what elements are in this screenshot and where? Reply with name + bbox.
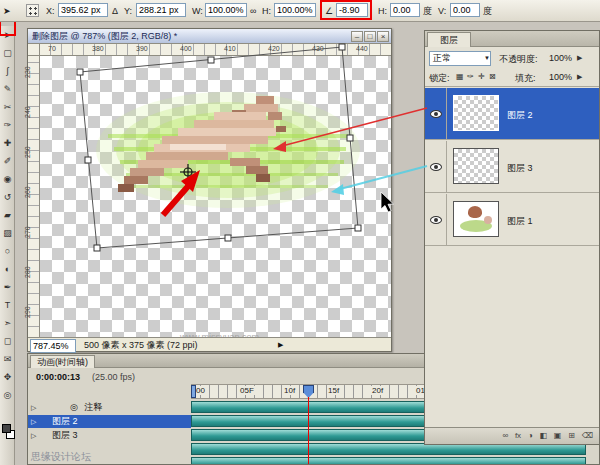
blend-mode-value: 正常 [433,53,451,63]
layer-style-icon[interactable]: fx [513,428,523,444]
layer-row-layer3[interactable]: 图层 3 [425,141,599,193]
pen-tool[interactable]: ✒ [0,278,15,296]
skew-v-input[interactable] [450,3,480,17]
new-layer-icon[interactable]: ⊞ [566,428,577,444]
layer-row-layer1[interactable]: 图层 1 [425,194,599,246]
minimize-button[interactable]: – [351,31,363,42]
time-tick-label: 00 [195,386,206,395]
x-position-input[interactable] [58,3,108,17]
width-input[interactable] [205,3,247,17]
marquee-tool[interactable]: ▢ [0,44,15,62]
lock-transparency-icon[interactable]: ▦ [455,72,465,81]
link-icon[interactable]: ∞ [250,0,256,22]
lock-all-icon[interactable]: ⊠ [488,72,497,81]
skew-h-input[interactable] [390,3,420,17]
gradient-tool[interactable]: ▨ [0,224,15,242]
ruler-number: 440 [356,45,368,52]
layer-mask-icon[interactable]: ◧ [538,428,550,444]
quick-select-tool[interactable]: ✎ [0,80,15,98]
delete-layer-icon[interactable]: ⌫ [580,428,595,444]
status-expand-arrow[interactable]: ▶ [278,338,283,352]
eyedropper-tool[interactable]: ✑ [0,116,15,134]
timeline-tab[interactable]: 动画(时间轴) [30,355,95,368]
layer-group-icon[interactable]: ▣ [552,428,564,444]
timeline-row-layer2[interactable]: ▷ 图层 2 [28,415,191,428]
layer-name: 图层 1 [507,215,533,228]
eye-icon [430,216,442,224]
ruler-number: 230 [24,66,31,78]
lock-position-icon[interactable]: ✛ [477,72,486,81]
layers-tab-bar: 图层 [425,31,599,47]
zoom-level-input[interactable] [30,339,76,353]
horizontal-ruler: 70 380 390 400 410 420 430 440 [40,44,391,56]
layers-panel: 图层 正常 ▼ 不透明度: 100% ▶ 锁定: ▦ ✑ ✛ ⊠ 填充: 100… [424,30,600,445]
lock-row: 锁定: ▦ ✑ ✛ ⊠ 填充: 100% ▶ [425,69,599,87]
close-button[interactable]: × [377,31,389,42]
work-area-marker[interactable] [191,385,196,398]
ruler-number: 380 [92,45,104,52]
zoom-tool[interactable]: ◎ [0,386,15,404]
timeline-row-label: 图层 3 [42,430,78,440]
layer-thumbnail[interactable] [453,201,499,237]
eye-icon [430,110,442,118]
eraser-tool[interactable]: ▰ [0,206,15,224]
path-select-tool[interactable]: ➣ [0,314,15,332]
rotation-angle-input[interactable] [336,3,368,17]
lasso-tool[interactable]: ʃ [0,62,15,80]
visibility-toggle[interactable] [425,194,447,246]
layers-tab[interactable]: 图层 [427,32,471,47]
adjustment-layer-icon[interactable]: ◑ [526,428,535,444]
dodge-tool[interactable]: ◐ [0,260,15,278]
fill-spinner-icon[interactable]: ▶ [577,73,582,81]
notes-tool[interactable]: ✉ [0,350,15,368]
shape-tool[interactable]: ◻ [0,332,15,350]
document-window: 删除图层 @ 787% (图层 2, RGB/8) * – □ × 70 380… [27,28,392,352]
canvas-transparency-checkerboard[interactable]: www.missyuan.com [40,56,391,337]
width-label: W: [192,0,203,22]
reference-point-locator[interactable] [26,4,39,17]
twirl-icon[interactable]: ▷ [28,418,39,425]
ruler-corner [28,44,40,56]
time-tick-label: 20f [371,386,384,395]
height-input[interactable] [274,3,316,17]
opacity-value[interactable]: 100% [549,53,572,63]
time-tick-label: 10f [283,386,296,395]
y-position-input[interactable] [136,3,186,17]
tool-palette: ➤ ▢ ʃ ✎ ✂ ✑ ✚ ✐ ◉ ↺ ▰ ▨ ○ ◐ ✒ T ➣ ◻ ✉ ✥ … [0,26,15,465]
timeline-track-bar[interactable] [191,457,586,465]
maximize-button[interactable]: □ [364,31,376,42]
layer-thumbnail[interactable] [453,95,499,131]
twirl-icon[interactable]: ▷ [28,404,39,411]
blend-mode-select[interactable]: 正常 ▼ [429,51,491,66]
current-time-display: 0:00:00:13 [36,372,80,382]
document-title-bar[interactable]: 删除图层 @ 787% (图层 2, RGB/8) * [28,29,391,44]
clone-stamp-tool[interactable]: ◉ [0,170,15,188]
layers-panel-footer: ∞ fx ◑ ◧ ▣ ⊞ ⌫ [425,427,599,444]
layer-thumbnail[interactable] [453,148,499,184]
hand-tool[interactable]: ✥ [0,368,15,386]
crop-tool[interactable]: ✂ [0,98,15,116]
link-layers-icon[interactable]: ∞ [500,428,510,444]
type-tool[interactable]: T [0,296,15,314]
timeline-row-label: 注释 [80,402,102,412]
ruler-number: 250 [24,146,31,158]
visibility-toggle[interactable] [425,141,447,193]
rotate-icon: ∠ [325,0,333,22]
brush-tool[interactable]: ✐ [0,152,15,170]
foreground-color-swatch[interactable] [2,424,11,433]
history-brush-tool[interactable]: ↺ [0,188,15,206]
fill-value[interactable]: 100% [549,72,572,82]
opacity-spinner-icon[interactable]: ▶ [577,54,582,62]
visibility-toggle[interactable] [425,88,447,140]
ruler-number: 260 [24,186,31,198]
timeline-row-layer3[interactable]: ▷ 图层 3 [28,429,191,442]
blur-tool[interactable]: ○ [0,242,15,260]
layer-row-layer2[interactable]: 图层 2 [425,88,599,140]
document-title: 删除图层 @ 787% (图层 2, RGB/8) * [32,31,177,41]
blend-mode-row: 正常 ▼ 不透明度: 100% ▶ [425,49,599,68]
lock-pixels-icon[interactable]: ✑ [466,72,475,81]
timeline-row-comments[interactable]: ▷ ◎ 注释 [28,401,191,414]
twirl-icon[interactable]: ▷ [28,432,39,439]
relative-position-toggle[interactable]: Δ [112,0,118,22]
healing-brush-tool[interactable]: ✚ [0,134,15,152]
